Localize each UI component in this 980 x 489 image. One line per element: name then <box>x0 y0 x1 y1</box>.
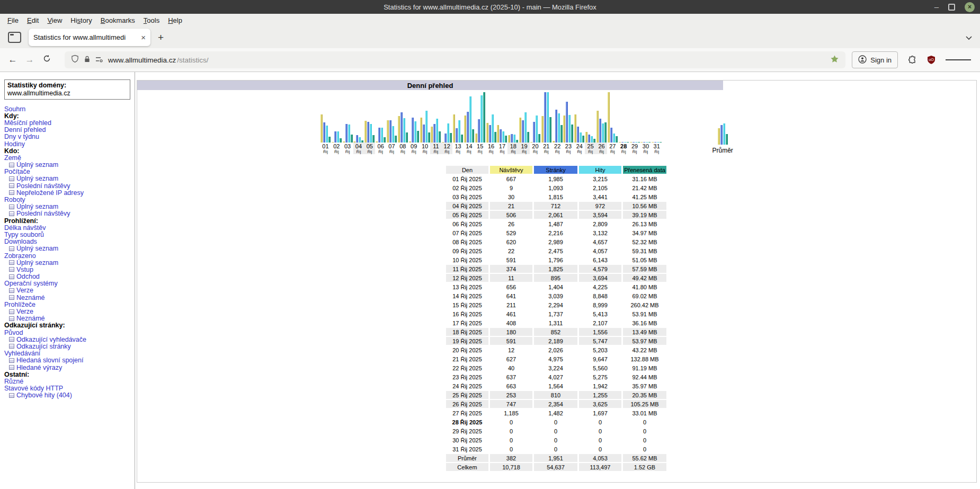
sidebar-link[interactable]: Stavové kódy HTTP <box>4 385 63 392</box>
sidebar-link[interactable]: Operační systémy <box>4 280 58 287</box>
sidebar-item[interactable]: Odkazující vyhledávače <box>4 336 135 343</box>
sidebar-link[interactable]: Odkazující vyhledávače <box>16 336 86 343</box>
sidebar-link[interactable]: Vyhledávání <box>4 350 40 357</box>
menu-bookmarks[interactable]: Bookmarks <box>96 15 139 25</box>
sidebar-item[interactable]: Neznámé <box>4 315 135 322</box>
firefox-view-icon[interactable] <box>8 32 21 43</box>
sidebar-item[interactable]: Denní přehled <box>4 127 135 134</box>
sidebar-item[interactable]: Úplný seznam <box>4 162 135 168</box>
sidebar-item[interactable]: Roboty <box>4 196 135 203</box>
sidebar-link[interactable]: Chybové hity (404) <box>16 392 72 399</box>
sidebar-item[interactable]: Poslední návštěvy <box>4 210 135 217</box>
sidebar-link[interactable]: Měsíční přehled <box>4 119 51 127</box>
sidebar-item[interactable]: Země <box>4 154 135 161</box>
sidebar-item[interactable]: Prohlížeče <box>4 301 135 308</box>
sidebar-item[interactable]: Délka návštěv <box>4 224 135 231</box>
sidebar-link[interactable]: Souhrn <box>4 105 25 113</box>
sidebar-item[interactable]: Operační systémy <box>4 280 135 287</box>
sidebar-item[interactable]: Úplný seznam <box>4 175 135 182</box>
sidebar-item[interactable]: Neznámé <box>4 294 135 301</box>
sidebar-link[interactable]: Poslední návštěvy <box>16 210 70 217</box>
sidebar-item[interactable]: Odkazující stránky <box>4 343 135 350</box>
sidebar-link[interactable]: Poslední návštěvy <box>16 182 70 190</box>
forward-button[interactable]: → <box>21 55 38 65</box>
ublock-origin-icon[interactable]: uO <box>926 55 936 65</box>
new-tab-button[interactable]: + <box>158 32 164 43</box>
sidebar-item[interactable]: Vyhledávání <box>4 350 135 357</box>
back-button[interactable]: ← <box>4 55 21 65</box>
sidebar-item[interactable]: Úplný seznam <box>4 203 135 210</box>
url-bar[interactable]: www.allmultimedia.cz/statistics/ <box>65 51 845 68</box>
lock-icon[interactable] <box>84 55 91 65</box>
sidebar-item[interactable]: Typy souborů <box>4 231 135 238</box>
sign-in-button[interactable]: Sign in <box>852 51 898 68</box>
sidebar-link[interactable]: Hledané výrazy <box>16 364 62 371</box>
sidebar-link[interactable]: Úplný seznam <box>16 245 58 252</box>
app-menu-icon[interactable] <box>946 58 971 62</box>
chart-bar <box>555 110 557 143</box>
tracking-shield-icon[interactable] <box>71 55 79 65</box>
sidebar-item[interactable]: Různé <box>4 378 135 385</box>
tab-close-icon[interactable]: × <box>141 33 146 42</box>
sidebar-link[interactable]: Verze <box>16 287 33 294</box>
sidebar-link[interactable]: Nepřeložené IP adresy <box>16 189 84 197</box>
sidebar-link[interactable]: Neznámé <box>16 315 45 322</box>
reload-button[interactable] <box>38 55 55 65</box>
bookmark-star-icon[interactable] <box>830 55 839 66</box>
sidebar-item[interactable]: Původ <box>4 329 135 336</box>
sidebar-item[interactable]: Odchod <box>4 273 135 280</box>
sidebar-item[interactable]: Nepřeložené IP adresy <box>4 189 135 196</box>
sidebar-item[interactable]: Hodiny <box>4 140 135 147</box>
sidebar-link[interactable]: Dny v týdnu <box>4 133 39 140</box>
menu-view[interactable]: View <box>43 15 66 25</box>
sidebar-link[interactable]: Neznámé <box>16 294 45 301</box>
sidebar-link[interactable]: Délka návštěv <box>4 224 46 232</box>
sidebar-item[interactable]: Zobrazeno <box>4 252 135 259</box>
minimize-button[interactable]: – <box>934 4 939 10</box>
sidebar-item[interactable]: Hledaná slovní spojení <box>4 357 135 364</box>
sidebar-link[interactable]: Roboty <box>4 196 25 203</box>
sidebar-link[interactable]: Úplný seznam <box>16 203 58 210</box>
sidebar-link[interactable]: Verze <box>16 308 33 315</box>
menu-tools[interactable]: Tools <box>139 15 164 25</box>
close-button[interactable]: × <box>965 2 975 12</box>
sidebar-item[interactable]: Verze <box>4 308 135 315</box>
menu-edit[interactable]: Edit <box>23 15 43 25</box>
sidebar-item[interactable]: Downloads <box>4 238 135 245</box>
sidebar-item[interactable]: Vstup <box>4 266 135 273</box>
menu-history[interactable]: History <box>66 15 96 25</box>
sidebar-link[interactable]: Hodiny <box>4 140 25 148</box>
sidebar-item[interactable]: Úplný seznam <box>4 245 135 252</box>
sidebar-link[interactable]: Vstup <box>16 266 33 273</box>
sidebar-link[interactable]: Typy souborů <box>4 231 44 238</box>
sidebar-link[interactable]: Hledaná slovní spojení <box>16 357 83 364</box>
extensions-puzzle-icon[interactable] <box>908 56 917 65</box>
sidebar-item[interactable]: Úplný seznam <box>4 259 135 266</box>
sidebar-link[interactable]: Prohlížeče <box>4 301 35 308</box>
sidebar-link[interactable]: Odkazující stránky <box>16 343 71 350</box>
sidebar-item[interactable]: Souhrn <box>4 105 135 112</box>
sidebar-link[interactable]: Odchod <box>16 273 40 280</box>
menu-file[interactable]: File <box>3 15 23 25</box>
sidebar-item[interactable]: Chybové hity (404) <box>4 392 135 399</box>
sidebar-item[interactable]: Dny v týdnu <box>4 134 135 140</box>
sidebar-link[interactable]: Denní přehled <box>4 126 46 134</box>
sidebar-item[interactable]: Počítače <box>4 168 135 175</box>
sidebar-item[interactable]: Verze <box>4 287 135 294</box>
sidebar-link[interactable]: Původ <box>4 329 23 336</box>
sidebar-item[interactable]: Poslední návštěvy <box>4 182 135 189</box>
active-tab[interactable]: Statistics for www.allmultimedi × <box>29 29 150 46</box>
restore-button[interactable] <box>948 4 955 11</box>
sidebar-item[interactable]: Stavové kódy HTTP <box>4 385 135 392</box>
sidebar-item[interactable]: Hledané výrazy <box>4 364 135 371</box>
sidebar-link[interactable]: Úplný seznam <box>16 259 58 266</box>
permissions-icon[interactable] <box>95 55 103 65</box>
list-tabs-chevron-icon[interactable] <box>965 33 973 42</box>
sidebar-link[interactable]: Úplný seznam <box>16 161 58 168</box>
sidebar-link[interactable]: Úplný seznam <box>16 175 58 182</box>
sidebar-link[interactable]: Různé <box>4 378 23 385</box>
menu-help[interactable]: Help <box>164 15 186 25</box>
sidebar-link[interactable]: Zobrazeno <box>4 252 36 260</box>
sidebar-link[interactable]: Země <box>4 154 21 162</box>
sidebar-item[interactable]: Měsíční přehled <box>4 119 135 126</box>
